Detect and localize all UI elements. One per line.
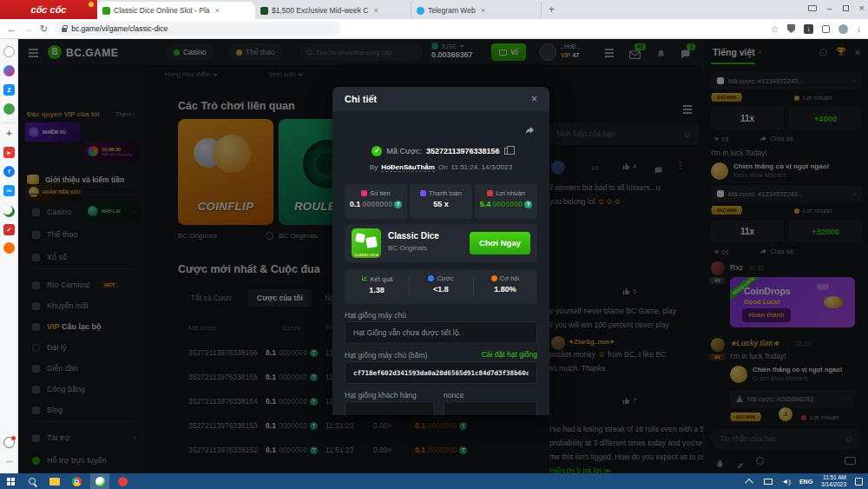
start-button[interactable] <box>7 478 15 486</box>
browser-toolbar: ← → ↻ bc.game/vi/game/classic-dice ☆ ↓ ↓ <box>0 19 868 39</box>
zalo-icon[interactable]: Z <box>3 84 15 96</box>
verified-check-icon: ✓ <box>372 146 382 156</box>
bet-id-label: Mã Cược: <box>386 147 421 155</box>
usdt-coin-icon <box>524 201 532 208</box>
crab-icon <box>89 2 94 7</box>
webpage: B BC.GAME Casino Thể thao Tìm trò chơi/n… <box>18 39 868 473</box>
classic-dice-thumbnail: CLASSIC DICE <box>352 228 381 258</box>
coccoc-brand-text: cốc cốc <box>31 4 67 15</box>
client-seed-field[interactable] <box>345 401 435 415</box>
tab-close-icon[interactable]: × <box>374 6 378 15</box>
taskbar-search-icon[interactable] <box>29 478 36 485</box>
file-explorer-icon[interactable] <box>49 478 60 486</box>
gamepad-icon[interactable] <box>3 103 15 115</box>
game-provider: BC Originals <box>388 244 427 252</box>
chrome-icon[interactable] <box>72 477 82 486</box>
back-icon[interactable]: ← <box>7 23 16 34</box>
taskbar: ◄) ENG 11:51 AM3/14/2023 <box>0 473 868 489</box>
client-seed-label: Hạt giống khách hàng <box>345 391 417 400</box>
forward-icon[interactable]: → <box>23 23 33 34</box>
clock[interactable]: 11:51 AM3/14/2023 <box>821 474 846 489</box>
tab-promo[interactable]: $1,500 Exclusive Mid-week C × <box>255 2 411 19</box>
extensions-icon[interactable] <box>822 25 830 33</box>
new-tab-button[interactable]: + <box>542 3 562 16</box>
action-center-icon[interactable] <box>855 478 863 486</box>
promo-favicon <box>260 7 268 15</box>
video-download-icon[interactable]: ↓ <box>804 24 813 34</box>
adblock-badge <box>792 30 798 35</box>
bookmark-star-icon[interactable]: ☆ <box>771 24 779 34</box>
nonce-field[interactable] <box>444 401 537 415</box>
copy-icon[interactable] <box>504 148 510 155</box>
stat-profit: Lợi nhuận 5.40000000 <box>475 184 537 219</box>
stat-amount: Số tiền 0.10000000 <box>345 184 407 219</box>
close-window-button[interactable]: × <box>859 3 865 13</box>
tiki-icon[interactable]: tiki <box>3 185 15 196</box>
notification-bell-icon[interactable] <box>3 437 15 448</box>
server-seed-hash-field[interactable]: cf718ef602d341593da0a28d6565d91c84d7d3f3… <box>345 361 537 384</box>
nonce-label: nonce <box>444 391 464 400</box>
share-icon[interactable] <box>524 123 536 139</box>
history-icon[interactable] <box>3 46 15 57</box>
usdt-coin-icon <box>394 201 402 208</box>
profit-icon <box>487 190 493 196</box>
bet-details-modal: Chi tiết × ✓ Mã Cược: 35272113976338156 … <box>332 87 549 415</box>
thumb-label: CLASSIC DICE <box>352 253 381 257</box>
modal-title: Chi tiết <box>345 94 377 104</box>
divider <box>3 122 15 123</box>
play-now-button[interactable]: Chơi Ngay <box>470 232 530 254</box>
downloads-tray-icon[interactable]: ↓ <box>857 24 861 34</box>
language-indicator[interactable]: ENG <box>799 479 812 485</box>
minimize-button[interactable]: – <box>827 3 832 13</box>
modal-header: Chi tiết × <box>332 87 549 111</box>
more-dots-icon[interactable]: ⋯ <box>3 456 15 467</box>
server-seed-hash-value: cf718ef602d341593da0a28d6565d91c84d7d3f3… <box>353 369 529 377</box>
by-label: By <box>370 163 378 171</box>
seed-settings-link[interactable]: Cài đặt hạt giống <box>482 350 537 359</box>
red-app-icon[interactable] <box>118 477 128 486</box>
telegram-favicon <box>417 7 424 15</box>
facebook-icon[interactable]: f <box>3 166 15 177</box>
tab-title: Telegram Web <box>428 6 476 15</box>
browser-tab-strip: cốc cốc Classic Dice Online Slot - Pla ×… <box>0 0 868 19</box>
red-check-icon[interactable]: ✓ <box>3 224 15 235</box>
volume-icon[interactable]: ◄) <box>781 478 791 486</box>
messenger-icon[interactable] <box>3 65 15 76</box>
tab-classic-dice[interactable]: Classic Dice Online Slot - Pla × <box>97 2 255 19</box>
profile-avatar-icon[interactable] <box>838 24 848 34</box>
stat-payout: Thanh toán 55 x <box>410 184 472 219</box>
sports-ball-icon[interactable] <box>3 206 15 217</box>
tab-telegram[interactable]: Telegram Web × <box>411 2 542 19</box>
modal-close-icon[interactable]: × <box>531 93 537 105</box>
tab-title: $1,500 Exclusive Mid-week C <box>272 6 369 15</box>
result-panel: Kết quả 1.38 Cược <1.8 Cơ hội 1.80% <box>345 269 537 304</box>
server-seed-field[interactable]: Hạt Giống vẫn chưa được tiết lộ. <box>345 321 537 344</box>
server-seed-label: Hạt giống máy chủ <box>345 311 406 320</box>
tab-title: Classic Dice Online Slot - Pla <box>114 6 210 15</box>
reload-icon[interactable]: ↻ <box>40 23 48 35</box>
adblock-shield-icon[interactable] <box>787 24 795 33</box>
bet-timestamp: 11:51:24, 14/3/2023 <box>451 163 513 171</box>
padlock-icon <box>62 28 67 32</box>
url-text: bc.game/vi/game/classic-dice <box>71 24 168 33</box>
address-bar[interactable]: bc.game/vi/game/classic-dice <box>55 22 341 36</box>
screen: cốc cốc Classic Dice Online Slot - Pla ×… <box>0 0 868 489</box>
coccoc-side-strip: Z + ▸ f tiki ✓ ⋯ <box>0 39 18 473</box>
maximize-button[interactable] <box>843 5 849 11</box>
coccoc-logo[interactable]: cốc cốc <box>0 0 97 19</box>
tab-close-icon[interactable]: × <box>481 6 485 15</box>
coccoc-taskbar-active[interactable] <box>90 473 109 489</box>
add-app-icon[interactable]: + <box>3 128 15 139</box>
bcgame-favicon <box>102 7 110 15</box>
bettor-username[interactable]: HốĐenSâuThẳm <box>381 163 435 172</box>
tab-close-icon[interactable]: × <box>215 6 220 15</box>
on-label: On <box>438 163 448 171</box>
result-icon <box>361 274 368 283</box>
pip-icon[interactable] <box>808 5 817 11</box>
hidden-icons-chevron[interactable] <box>745 478 753 486</box>
game-title: Classic Dice <box>388 231 439 241</box>
youtube-icon[interactable]: ▸ <box>3 147 15 158</box>
network-icon[interactable] <box>764 479 773 485</box>
shop-cart-icon[interactable] <box>3 242 15 254</box>
amount-icon <box>361 190 367 196</box>
